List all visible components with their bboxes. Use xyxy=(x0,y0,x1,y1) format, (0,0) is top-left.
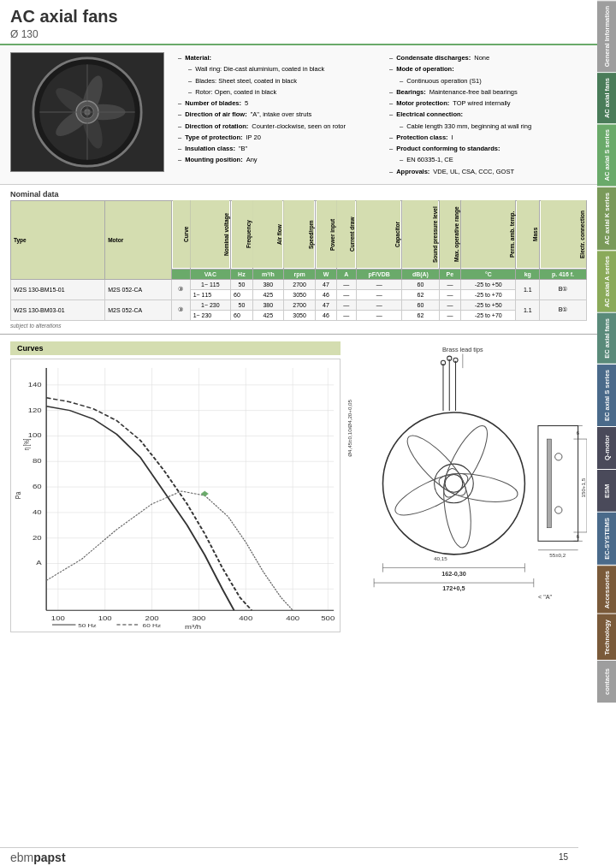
cell-pe2: — xyxy=(439,289,461,300)
sidebar-tab-ec-axial[interactable]: EC axial fans xyxy=(597,312,616,364)
subh-curve xyxy=(172,269,191,279)
subh-rpm: rpm xyxy=(283,269,315,279)
svg-text:55±0,2: 55±0,2 xyxy=(549,552,566,558)
logo-papst: papst xyxy=(33,851,65,864)
product-section: Material: Wall ring: Die-cast aluminium,… xyxy=(0,45,597,185)
cell-cap: — xyxy=(356,300,401,310)
col-connection: Electr. connection xyxy=(540,200,587,269)
cell-current2: — xyxy=(336,289,356,300)
cell-cap: — xyxy=(356,279,401,289)
col-type: Type xyxy=(11,200,105,279)
cell-temp: -25 to +50 xyxy=(461,300,516,310)
cell-temp2: -25 to +70 xyxy=(461,289,516,300)
cell-current2: — xyxy=(336,310,356,320)
subh-w: W xyxy=(316,269,337,279)
spec-motor-prot: Motor protection: TOP wired internally xyxy=(389,98,587,109)
cell-sound2: 62 xyxy=(402,289,439,300)
spec-elec-conn: Electrical connection: xyxy=(389,109,587,120)
svg-text:400: 400 xyxy=(239,614,252,621)
svg-text:150+1,5: 150+1,5 xyxy=(580,477,586,497)
sidebar-tab-contacts[interactable]: contacts xyxy=(597,660,616,703)
spec-col-right: Condensate discharges: None Mode of oper… xyxy=(389,52,587,177)
curves-svg: 140 120 100 80 60 40 20 A Pa η [%] 100 1… xyxy=(11,359,340,632)
brass-label: Brass lead tips xyxy=(442,346,483,353)
subh-a: A xyxy=(336,269,356,279)
svg-text:100: 100 xyxy=(98,614,112,621)
col-capacitor: Capacitor xyxy=(356,200,401,269)
data-table: Type Motor Curve Nominal voltage Frequen… xyxy=(10,200,587,321)
svg-rect-82 xyxy=(547,439,551,528)
svg-point-62 xyxy=(390,466,473,523)
cell-current: — xyxy=(336,300,356,310)
sidebar-tab-ac-s[interactable]: AC axial S series xyxy=(597,123,616,186)
cell-sound: 60 xyxy=(402,279,439,289)
col-motor: Motor xyxy=(105,200,172,279)
svg-text:< "A": < "A" xyxy=(538,592,553,600)
svg-text:500: 500 xyxy=(321,614,335,621)
subh-vac: VAC xyxy=(190,269,230,279)
cell-motor: M2S 052-CA xyxy=(105,279,172,300)
cell-vac: 1~ 115 xyxy=(190,279,230,289)
col-operative: Max. operative range xyxy=(439,200,461,269)
spec-num-blades: Number of blades: 5 xyxy=(178,98,376,109)
cell-hz2: 60 xyxy=(231,310,253,320)
data-table-section: Nominal data Type Motor Curve Nominal vo… xyxy=(0,185,597,335)
cell-curve: ③ xyxy=(172,279,191,300)
subh-hz: Hz xyxy=(231,269,253,279)
cell-motor: M2S 052-CA xyxy=(105,300,172,320)
product-specs: Material: Wall ring: Die-cast aluminium,… xyxy=(164,52,587,177)
sidebar-tab-qmotor[interactable]: Q-motor xyxy=(597,426,616,469)
cell-airflow2: 425 xyxy=(252,289,283,300)
cell-rpm: 2700 xyxy=(283,300,315,310)
cell-pe2: — xyxy=(439,310,461,320)
svg-text:6: 6 xyxy=(577,533,580,539)
table-row: W2S 130-BM15-01 M2S 052-CA ③ 1~ 115 50 3… xyxy=(11,279,587,289)
sidebar-tab-general[interactable]: General Information xyxy=(597,0,616,72)
cell-power2: 46 xyxy=(316,310,337,320)
subh-db: dB(A) xyxy=(402,269,439,279)
spec-conforming: Product conforming to standards: xyxy=(389,143,587,154)
cell-type: W2S 130-BM03-01 xyxy=(11,300,105,320)
spec-bearings: Bearings: Maintenance-free ball bearings xyxy=(389,86,587,98)
cell-vac2: 1~ 115 xyxy=(190,289,230,300)
svg-text:40: 40 xyxy=(33,508,42,515)
col-mass: Mass xyxy=(516,200,540,269)
sidebar-tab-ec-s[interactable]: EC axial S series xyxy=(597,364,616,426)
svg-text:Pa: Pa xyxy=(13,491,22,499)
cell-cap2: — xyxy=(356,310,401,320)
cell-type: W2S 130-BM15-01 xyxy=(11,279,105,300)
sidebar-tab-accessories[interactable]: Accessories xyxy=(597,565,616,614)
col-speed: Speed/rpm xyxy=(283,200,315,269)
sidebar-tab-ec-systems[interactable]: EC-SYSTEMS xyxy=(597,512,616,565)
sidebar-tab-esm[interactable]: ESM xyxy=(597,469,616,512)
svg-text:120: 120 xyxy=(28,406,42,413)
cell-hz: 50 xyxy=(231,300,253,310)
header: AC axial fans Ø 130 xyxy=(0,0,597,45)
col-curve: Curve xyxy=(172,200,191,269)
spec-air-flow-dir: Direction of air flow: "A", intake over … xyxy=(178,109,376,120)
footer: ebmpapst 15 xyxy=(0,847,578,866)
cell-current: — xyxy=(336,279,356,289)
svg-point-59 xyxy=(445,474,463,492)
subh-page: p. 416 f. xyxy=(540,269,587,279)
cell-vac: 1~ 230 xyxy=(190,300,230,310)
svg-text:400: 400 xyxy=(286,614,299,621)
col-airflow: Air flow xyxy=(252,200,283,269)
spec-mode: Mode of operation: xyxy=(389,63,587,74)
cell-cap2: — xyxy=(356,289,401,300)
footer-page: 15 xyxy=(559,852,568,862)
sidebar-tab-ac-a[interactable]: AC axial A series xyxy=(597,250,616,312)
fan-illustration xyxy=(19,56,156,168)
svg-text:60 Hz: 60 Hz xyxy=(143,623,162,629)
sidebar-tab-ac-k[interactable]: AC axial K series xyxy=(597,187,616,250)
cell-pe: — xyxy=(439,300,461,310)
cell-airflow: 380 xyxy=(252,300,283,310)
subh-pe: Pe xyxy=(439,269,461,279)
svg-text:100: 100 xyxy=(51,614,65,621)
sidebar-tab-technology[interactable]: Technology xyxy=(597,614,616,661)
col-current: Current draw xyxy=(336,200,356,269)
subh-m3h: m³/h xyxy=(252,269,283,279)
diagram-image: Brass lead tips xyxy=(347,341,587,679)
sidebar-tab-ac-axial[interactable]: AC axial fans xyxy=(597,72,616,123)
svg-text:200: 200 xyxy=(145,614,159,621)
